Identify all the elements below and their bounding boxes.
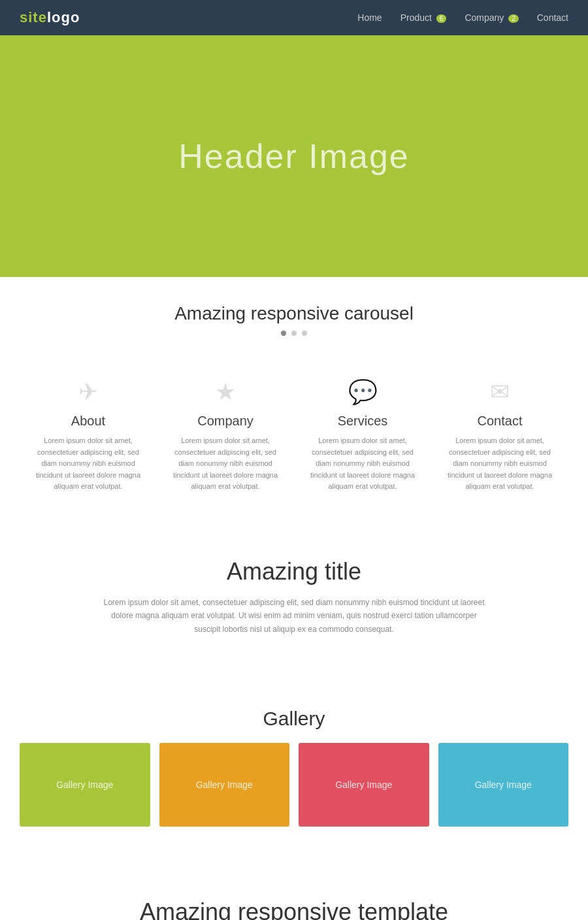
feature-about: ✈ About Lorem ipsum dolor sit amet, cons…: [20, 378, 157, 493]
feature-services: 💬 Services Lorem ipsum dolor sit amet, c…: [294, 378, 431, 493]
product-badge: 6: [436, 14, 447, 23]
amazing-title: Amazing title: [52, 558, 536, 585]
amazing-title-text: Lorem ipsum dolor sit amet, consectetuer…: [98, 596, 490, 636]
gallery-section: Gallery Gallery Image Gallery Image Gall…: [0, 675, 588, 866]
feature-company-text: Lorem ipsum dolor sit amet, consectetuer…: [167, 435, 284, 493]
dot-1[interactable]: [281, 331, 286, 336]
logo-logo: logo: [47, 9, 80, 25]
hero-title: Header Image: [178, 137, 410, 176]
feature-company-title: Company: [167, 414, 284, 429]
services-icon: 💬: [304, 378, 421, 406]
feature-about-title: About: [29, 414, 147, 429]
carousel-dots: [20, 331, 568, 336]
feature-contact: ✉ Contact Lorem ipsum dolor sit amet, co…: [431, 378, 568, 493]
dot-2[interactable]: [291, 331, 297, 336]
about-icon: ✈: [29, 378, 147, 406]
title-section: Amazing title Lorem ipsum dolor sit amet…: [0, 525, 588, 675]
carousel-title: Amazing responsive carousel: [20, 303, 568, 324]
gallery-item-2[interactable]: Gallery Image: [159, 743, 290, 827]
template-title: Amazing responsive template: [52, 898, 536, 920]
feature-company: ★ Company Lorem ipsum dolor sit amet, co…: [157, 378, 294, 493]
feature-about-text: Lorem ipsum dolor sit amet, consectetuer…: [29, 435, 147, 493]
gallery-item-1[interactable]: Gallery Image: [20, 743, 150, 827]
nav-item-contact[interactable]: Contact: [537, 12, 568, 24]
gallery-item-4[interactable]: Gallery Image: [438, 743, 569, 827]
gallery-label-2: Gallery Image: [196, 780, 253, 790]
navbar: sitelogo Home Product 6 Company 2 Contac…: [0, 0, 588, 35]
company-badge: 2: [508, 14, 519, 23]
features-section: ✈ About Lorem ipsum dolor sit amet, cons…: [0, 378, 588, 525]
gallery-label-1: Gallery Image: [56, 780, 113, 790]
nav-item-home[interactable]: Home: [357, 12, 382, 24]
logo-site: site: [20, 9, 47, 25]
dot-3[interactable]: [302, 331, 307, 336]
feature-contact-text: Lorem ipsum dolor sit amet, consectetuer…: [441, 435, 559, 493]
template-section: Amazing responsive template Lorem ipsum …: [0, 866, 588, 920]
company-icon: ★: [167, 378, 284, 406]
nav-links: Home Product 6 Company 2 Contact: [357, 12, 568, 24]
hero-section: Header Image: [0, 35, 588, 277]
carousel-section: Amazing responsive carousel: [0, 277, 588, 378]
feature-services-title: Services: [304, 414, 421, 429]
site-logo[interactable]: sitelogo: [20, 9, 80, 26]
gallery-title: Gallery: [20, 708, 568, 730]
feature-contact-title: Contact: [441, 414, 559, 429]
feature-services-text: Lorem ipsum dolor sit amet, consectetuer…: [304, 435, 421, 493]
gallery-label-4: Gallery Image: [475, 780, 532, 790]
gallery-label-3: Gallery Image: [335, 780, 392, 790]
nav-item-product[interactable]: Product 6: [400, 12, 447, 24]
gallery-item-3[interactable]: Gallery Image: [299, 743, 429, 827]
contact-icon: ✉: [441, 378, 559, 406]
gallery-grid: Gallery Image Gallery Image Gallery Imag…: [20, 743, 568, 827]
nav-item-company[interactable]: Company 2: [465, 12, 518, 24]
